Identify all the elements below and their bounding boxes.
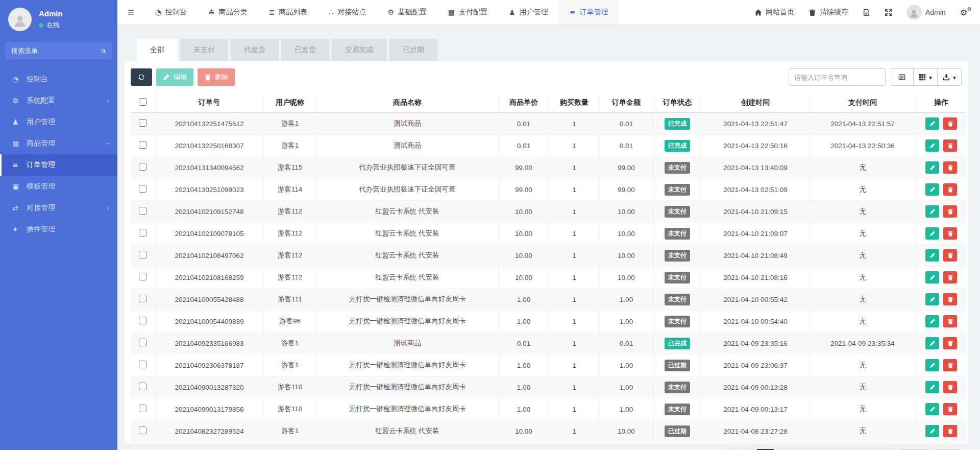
export-button[interactable]	[937, 68, 962, 86]
status-cell: 未支付	[653, 376, 701, 398]
sidebar-item[interactable]: 控制台	[0, 68, 117, 90]
menu-search-input[interactable]	[11, 47, 101, 55]
sidebar-item[interactable]: 对接管理	[0, 197, 117, 219]
row-select-cell	[131, 135, 155, 157]
row-delete-button[interactable]	[943, 403, 957, 415]
sidebar-item[interactable]: 商品管理	[0, 133, 117, 154]
row-edit-button[interactable]	[925, 359, 939, 371]
nickname-cell: 游客1	[263, 420, 316, 442]
order-search-input[interactable]	[789, 68, 886, 86]
row-edit-button[interactable]	[925, 403, 939, 415]
row-edit-button[interactable]	[925, 183, 939, 196]
sidebar-item-label: 系统配置	[27, 96, 55, 105]
row-checkbox[interactable]	[139, 207, 146, 215]
sidebar-item[interactable]: 系统配置	[0, 90, 117, 111]
status-tab[interactable]: 全部	[137, 39, 178, 61]
row-delete-button[interactable]	[943, 315, 957, 327]
topnav-item[interactable]: 商品分类	[198, 0, 258, 25]
delete-button[interactable]: 删除	[198, 68, 235, 86]
search-icon[interactable]	[101, 48, 106, 55]
select-all-checkbox[interactable]	[139, 98, 146, 106]
fullscreen-button[interactable]	[877, 0, 899, 25]
row-checkbox[interactable]	[139, 427, 146, 434]
status-tab[interactable]: 未支付	[180, 39, 228, 61]
user-profile: Admin 在线	[0, 0, 117, 37]
status-tab[interactable]: 已发货	[281, 39, 329, 61]
row-delete-button[interactable]	[943, 227, 957, 240]
topnav-item[interactable]: 用户管理	[498, 0, 559, 25]
topnav-item[interactable]: 基础配置	[377, 0, 437, 25]
status-tab[interactable]: 代发货	[231, 39, 279, 61]
clear-cache-button[interactable]: 清除缓存	[801, 0, 855, 25]
row-edit-button[interactable]	[925, 315, 939, 327]
row-edit-button[interactable]	[925, 381, 939, 393]
row-delete-button[interactable]	[943, 381, 957, 393]
row-edit-button[interactable]	[925, 293, 939, 305]
topnav-item[interactable]: 支付配置	[437, 0, 498, 25]
row-delete-button[interactable]	[943, 183, 957, 196]
row-edit-button[interactable]	[925, 205, 939, 218]
status-tab-label: 已过期	[403, 45, 424, 54]
row-delete-button[interactable]	[943, 117, 957, 130]
columns-button[interactable]	[913, 68, 938, 86]
settings-button[interactable]	[953, 0, 978, 25]
row-edit-button[interactable]	[925, 337, 939, 349]
sidebar-toggle-button[interactable]	[117, 0, 144, 25]
language-button[interactable]	[855, 0, 877, 25]
row-checkbox[interactable]	[139, 119, 146, 127]
row-delete-button[interactable]	[943, 425, 957, 437]
status-tab[interactable]: 已过期	[389, 39, 437, 61]
row-checkbox[interactable]	[139, 295, 146, 302]
row-edit-button[interactable]	[925, 425, 939, 437]
product-cell: 红盟云卡系统 代安装	[316, 245, 498, 267]
row-checkbox[interactable]	[139, 383, 146, 390]
online-status: 在线	[39, 20, 63, 30]
row-checkbox[interactable]	[139, 229, 146, 236]
refresh-button[interactable]	[131, 68, 152, 86]
topnav-item[interactable]: 控制台	[144, 0, 198, 25]
sidebar-item[interactable]: 用户管理	[0, 111, 117, 133]
row-delete-button[interactable]	[943, 271, 957, 283]
row-edit-button[interactable]	[925, 227, 939, 240]
row-delete-button[interactable]	[943, 293, 957, 305]
row-edit-button[interactable]	[925, 161, 939, 174]
row-checkbox[interactable]	[139, 185, 146, 193]
sidebar-item[interactable]: 插件管理	[0, 219, 117, 240]
user-menu[interactable]: Admin	[899, 0, 953, 25]
row-checkbox[interactable]	[139, 163, 146, 171]
actions-cell	[916, 267, 967, 289]
status-tab-label: 交易完成	[345, 45, 374, 54]
topnav-item[interactable]: 对接站点	[318, 0, 377, 25]
trash-icon	[947, 164, 953, 171]
person-icon	[909, 9, 919, 18]
row-checkbox[interactable]	[139, 251, 146, 258]
row-checkbox[interactable]	[139, 273, 146, 280]
product-cell: 无打扰一键检测清理微信单向好友周卡	[316, 354, 498, 376]
edit-button[interactable]: 编辑	[156, 68, 193, 86]
row-edit-button[interactable]	[925, 271, 939, 283]
topnav-item[interactable]: 订单管理	[559, 0, 619, 25]
row-edit-button[interactable]	[925, 249, 939, 262]
row-checkbox[interactable]	[139, 405, 146, 412]
row-checkbox[interactable]	[139, 317, 146, 324]
topnav-item[interactable]: 商品列表	[258, 0, 318, 25]
row-delete-button[interactable]	[943, 139, 957, 152]
row-checkbox[interactable]	[139, 339, 146, 346]
detail-view-button[interactable]	[891, 68, 914, 86]
row-delete-button[interactable]	[943, 337, 957, 349]
row-checkbox[interactable]	[139, 141, 146, 149]
user-avatar[interactable]	[8, 8, 32, 31]
sidebar-item[interactable]: 模板管理	[0, 176, 117, 197]
sidebar-item[interactable]: 订单管理	[0, 154, 117, 176]
status-tab[interactable]: 交易完成	[332, 39, 387, 61]
row-edit-button[interactable]	[925, 139, 939, 152]
row-delete-button[interactable]	[943, 359, 957, 371]
row-edit-button[interactable]	[925, 117, 939, 130]
chevron-icon	[107, 139, 109, 148]
row-delete-button[interactable]	[943, 161, 957, 174]
row-checkbox[interactable]	[139, 361, 146, 368]
row-delete-button[interactable]	[943, 205, 957, 218]
home-button[interactable]: 网站首页	[747, 0, 801, 25]
amount-cell: 99.00	[599, 157, 653, 179]
row-delete-button[interactable]	[943, 249, 957, 262]
